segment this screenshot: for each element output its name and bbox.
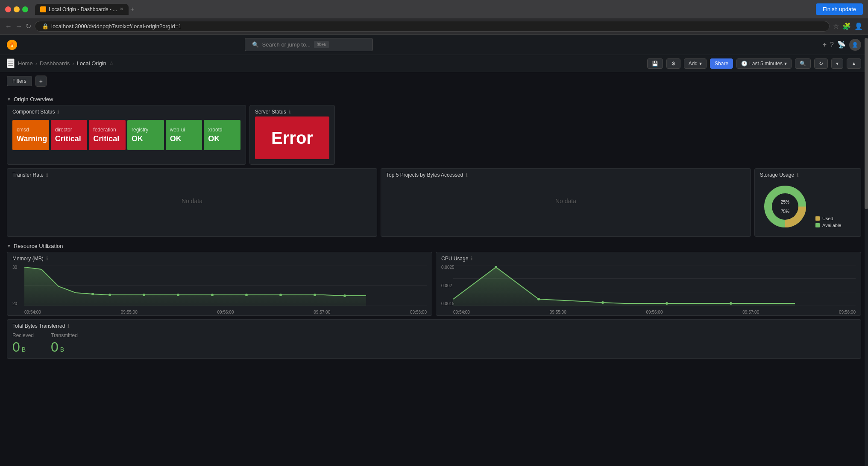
cpu-x-1: 09:54:00 [453,310,470,315]
transfer-rate-title: Transfer Rate [12,172,44,178]
news-icon[interactable]: 📡 [837,41,846,49]
add-label: Add [689,61,698,67]
save-button[interactable]: 💾 [647,58,663,69]
tab-close-btn[interactable]: ✕ [120,6,123,12]
svg-text:75%: 75% [781,209,789,214]
svg-point-24 [601,301,604,304]
finish-update-button[interactable]: Finish update [816,3,863,15]
breadcrumb-current[interactable]: Local Origin [76,60,106,67]
filters-bar: Filters + [0,72,868,90]
share-button[interactable]: Share [710,58,733,69]
top-projects-info-icon[interactable]: ℹ [466,172,468,178]
address-bar[interactable]: 🔒 localhost:3000/d/ddnpqh7srolxcf/local-… [35,21,830,32]
grafana-app: 🔥 🔍 Search or jump to... ⌘+k + ? 📡 👤 ☰ H… [0,35,868,466]
server-status-title: Server Status [255,109,286,115]
memory-info-icon[interactable]: ℹ [46,256,48,262]
memory-x-1: 09:54:00 [24,310,41,315]
dropdown-button[interactable]: ▾ [831,58,843,69]
tile-web-ui-value: OK [170,134,198,143]
new-tab-button[interactable]: + [130,6,134,13]
storage-usage-header: Storage Usage ℹ [755,169,861,180]
tile-registry-value: OK [132,134,160,143]
legend-used-label: Used [822,216,833,221]
donut-chart: 25% 75% [762,183,809,231]
search-bar[interactable]: 🔍 Search or jump to... ⌘+k [245,38,373,51]
top-projects-no-data: No data [555,198,576,204]
component-status-title: Component Status [12,109,55,115]
legend-available-dot [815,223,820,227]
received-label: Recieved [12,332,34,338]
transmitted-value: 0 [51,339,59,355]
minimize-traffic-light[interactable] [14,6,20,12]
transfer-rate-info-icon[interactable]: ℹ [46,172,48,178]
resource-utilization-chevron-icon: ▼ [7,244,11,248]
clock-icon: 🕐 [741,61,748,67]
memory-x-5: 09:58:00 [410,310,427,315]
help-icon[interactable]: ? [830,41,834,49]
collapse-button[interactable]: ▲ [847,58,861,69]
resource-utilization-section-header[interactable]: ▼ Resource Utilization [7,240,861,252]
add-filter-button[interactable]: + [35,76,47,87]
maximize-traffic-light[interactable] [22,6,28,12]
transmitted-label: Transmitted [51,332,78,338]
refresh-button[interactable]: ↻ [26,22,31,30]
cpu-info-icon[interactable]: ℹ [471,256,473,262]
component-status-info-icon[interactable]: ℹ [57,109,59,115]
scrollbar-track[interactable] [865,38,868,466]
svg-text:25%: 25% [781,200,789,204]
browser-chrome: Local Origin - Dashboards - ... ✕ + Fini… [0,0,868,35]
origin-overview-section-header[interactable]: ▼ Origin Overview [7,93,861,105]
bookmark-button[interactable]: ☆ [833,22,839,30]
svg-marker-7 [24,267,366,306]
breadcrumb-dashboards[interactable]: Dashboards [40,60,70,67]
server-status-info-icon[interactable]: ℹ [289,109,291,115]
time-range-picker[interactable]: 🕐 Last 5 minutes ▾ [736,58,792,69]
bytes-grid: Recieved 0 B Transmitted 0 B [12,332,856,355]
tile-cmsd: cmsd Warning [12,120,49,150]
zoom-out-button[interactable]: 🔍 [795,58,811,69]
memory-x-2: 09:55:00 [121,310,138,315]
favorite-star-icon[interactable]: ☆ [109,60,114,67]
close-traffic-light[interactable] [5,6,11,12]
cpu-x-labels: 09:54:00 09:55:00 09:56:00 09:57:00 09:5… [453,310,856,315]
transmitted-item: Transmitted 0 B [51,332,78,355]
total-bytes-info-icon[interactable]: ℹ [67,323,70,329]
transfer-rate-panel: Transfer Rate ℹ No data [7,168,377,237]
storage-usage-body: 25% 75% Used Available [755,180,861,236]
tile-federation: federation Critical [89,120,126,150]
extensions-button[interactable]: 🧩 [842,22,851,30]
user-avatar[interactable]: 👤 [849,39,861,51]
lock-icon: 🔒 [42,23,49,29]
component-status-header: Component Status ℹ [7,105,246,116]
storage-usage-info-icon[interactable]: ℹ [797,172,799,178]
refresh-button[interactable]: ↻ [814,58,828,69]
forward-button[interactable]: → [15,23,22,30]
menu-toggle-button[interactable]: ☰ [7,58,15,68]
scrollbar-thumb[interactable] [865,38,868,210]
cpu-x-3: 09:56:00 [646,310,663,315]
plus-icon[interactable]: + [823,41,827,49]
received-value: 0 [12,339,20,355]
svg-point-15 [314,294,316,296]
svg-point-25 [666,302,668,305]
settings-button[interactable]: ⚙ [666,58,680,69]
profile-button[interactable]: 👤 [854,22,863,30]
section-title: Origin Overview [14,96,53,102]
filters-button[interactable]: Filters [7,76,32,86]
transmitted-value-group: 0 B [51,339,78,355]
status-tiles: cmsd Warning director Critical federatio… [7,116,246,155]
server-status-header: Server Status ℹ [250,105,334,116]
topnav-right: + ? 📡 👤 [823,39,861,51]
cpu-header: CPU Usage ℹ [436,252,861,263]
breadcrumb-home[interactable]: Home [18,60,33,67]
add-button[interactable]: Add ▾ [684,58,707,69]
tile-xrootd-name: xrootd [208,127,236,133]
time-range-chevron-icon: ▾ [784,61,787,67]
svg-point-14 [279,294,282,296]
back-button[interactable]: ← [5,23,12,30]
active-tab[interactable]: Local Origin - Dashboards - ... ✕ [35,4,129,15]
svg-point-8 [91,293,94,295]
svg-point-10 [143,294,145,296]
total-bytes-title: Total Bytes Transferred [12,323,65,329]
breadcrumb-sep-1: › [35,60,37,67]
